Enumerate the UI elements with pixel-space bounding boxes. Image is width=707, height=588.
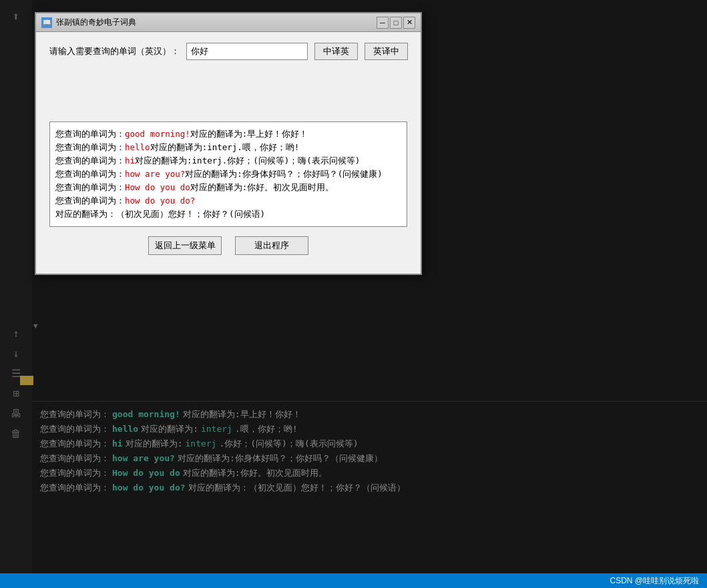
- status-bar: CSDN @哇哇别说烦死啦: [0, 573, 707, 588]
- dialog-controls: ─ □ ✕: [377, 17, 415, 29]
- dialog-titlebar[interactable]: 📖 张副镇的奇妙电子词典 ─ □ ✕: [36, 13, 421, 32]
- results-box: 您查询的单词为：good morning! 对应的翻译为:早上好！你好！ 您查询…: [49, 121, 407, 227]
- dialog-title-text: 张副镇的奇妙电子词典: [56, 17, 377, 28]
- en2cn-button[interactable]: 英译中: [365, 43, 408, 60]
- input-row: 请输入需要查询的单词（英汉）： 中译英 英译中: [49, 43, 407, 60]
- spacer: [49, 68, 407, 121]
- exit-button[interactable]: 退出程序: [235, 236, 308, 255]
- main-dialog: 📖 张副镇的奇妙电子词典 ─ □ ✕ 请输入需要查询的单词（英汉）： 中译英 英…: [35, 12, 422, 275]
- result-line-3: 您查询的单词为：hi 对应的翻译为:interj.你好；(问候等)；嗨(表示问候…: [55, 154, 401, 168]
- result-line-2: 您查询的单词为：hello 对应的翻译为:interj.喂，你好；哟!: [55, 141, 401, 154]
- status-text: CSDN @哇哇别说烦死啦: [610, 575, 699, 587]
- close-button[interactable]: ✕: [403, 17, 415, 29]
- cn2en-button[interactable]: 中译英: [314, 43, 358, 60]
- result-line-5: 您查询的单词为：How do you do 对应的翻译为:你好。初次见面时用。: [55, 181, 401, 194]
- input-label: 请输入需要查询的单词（英汉）：: [49, 45, 180, 57]
- dialog-title-icon: 📖: [41, 17, 52, 28]
- back-button[interactable]: 返回上一级菜单: [148, 236, 222, 255]
- dialog-footer: 返回上一级菜单 退出程序: [49, 236, 407, 266]
- dialog-body: 请输入需要查询的单词（英汉）： 中译英 英译中 您查询的单词为：good mor…: [36, 32, 421, 274]
- result-line-4: 您查询的单词为：how are you? 对应的翻译为:你身体好吗？；你好吗？(…: [55, 168, 401, 181]
- minimize-button[interactable]: ─: [377, 17, 389, 29]
- maximize-button[interactable]: □: [390, 17, 402, 29]
- result-line-6: 您查询的单词为：how do you do? 对应的翻译为：（初次见面）您好！；…: [55, 194, 401, 221]
- result-line-1: 您查询的单词为：good morning! 对应的翻译为:早上好！你好！: [55, 127, 401, 141]
- search-input[interactable]: [186, 43, 308, 60]
